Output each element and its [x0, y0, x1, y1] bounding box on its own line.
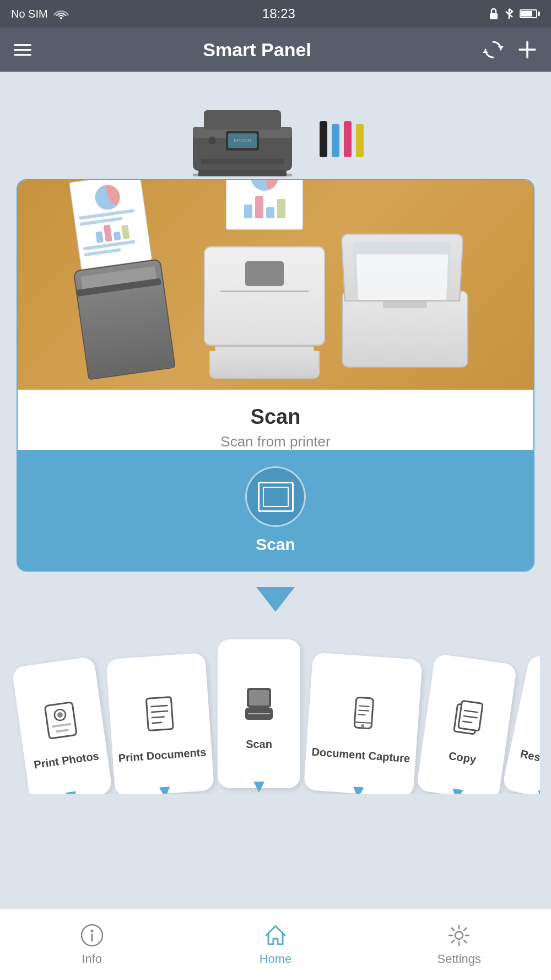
svg-line-31 [355, 722, 372, 723]
add-button[interactable] [517, 40, 537, 60]
svg-rect-13 [201, 159, 284, 164]
card-reset-copy-icon-area [532, 692, 540, 750]
svg-line-24 [152, 717, 164, 718]
app-header: Smart Panel [0, 28, 551, 72]
card-print-photos-indicator [66, 791, 78, 794]
card-document-capture-label: Document Capture [311, 745, 410, 766]
bottom-nav: Info Home Settings [0, 908, 551, 980]
printer-center-illustration [204, 208, 325, 379]
status-time: 18:23 [262, 6, 295, 21]
nav-home-label: Home [260, 952, 292, 966]
status-bar: No SIM 18:23 [0, 0, 551, 28]
scan-card[interactable]: Scan Scan from printer Scan [17, 179, 534, 572]
svg-text:EPSON: EPSON [234, 138, 251, 143]
scan-button-label: Scan [256, 535, 295, 554]
scanner-left-illustration [67, 212, 197, 380]
printer-section: EPSON [187, 83, 364, 179]
svg-point-32 [361, 724, 364, 728]
status-left: No SIM [11, 8, 69, 20]
svg-line-23 [152, 711, 168, 712]
svg-point-18 [57, 712, 63, 718]
wifi-icon [53, 8, 69, 19]
card-copy-indicator [451, 788, 463, 794]
svg-rect-21 [146, 697, 173, 731]
home-icon [263, 923, 288, 947]
app-title: Smart Panel [203, 39, 311, 61]
battery-icon [520, 9, 540, 18]
card-print-photos-label: Print Photos [33, 749, 100, 772]
scan-card-arrow [256, 587, 295, 612]
bottom-cards-section: Print Photos Print Documents [11, 623, 540, 794]
card-scan[interactable]: Scan [218, 639, 300, 788]
nav-home[interactable]: Home [183, 923, 367, 966]
svg-point-51 [455, 931, 463, 939]
svg-line-22 [151, 706, 167, 707]
card-print-photos[interactable]: Print Photos [12, 656, 112, 794]
bluetooth-icon [504, 8, 514, 20]
svg-line-35 [359, 714, 365, 715]
settings-icon [447, 923, 471, 947]
scan-card-subtitle: Scan from printer [34, 433, 517, 450]
card-document-capture-icon-area [340, 688, 387, 741]
card-print-documents-indicator [159, 787, 171, 794]
svg-line-33 [359, 706, 369, 706]
info-icon [80, 923, 104, 947]
refresh-button[interactable] [483, 39, 504, 60]
nav-settings-label: Settings [437, 952, 482, 966]
scan-circle-icon [258, 482, 294, 512]
carrier-label: No SIM [11, 8, 48, 20]
ink-levels [320, 113, 364, 157]
scan-card-title: Scan [34, 405, 517, 429]
nav-info-label: Info [82, 952, 102, 966]
svg-rect-27 [249, 690, 269, 706]
svg-line-25 [152, 723, 161, 723]
ink-yellow [356, 124, 364, 157]
flatbed-scanner-illustration [342, 257, 474, 368]
card-print-photos-icon-area [35, 693, 86, 748]
card-scan-icon-area [237, 679, 281, 729]
card-print-documents[interactable]: Print Documents [106, 653, 214, 794]
card-reset-copy-label: Reset Copy [519, 746, 540, 773]
svg-point-49 [90, 929, 93, 932]
lock-icon [489, 8, 499, 20]
svg-rect-15 [198, 170, 287, 176]
nav-info[interactable]: Info [0, 923, 183, 966]
scan-icon [242, 683, 276, 725]
card-copy[interactable]: Copy [416, 654, 517, 794]
svg-rect-30 [354, 697, 374, 729]
svg-marker-3 [483, 50, 488, 53]
svg-rect-8 [204, 110, 281, 130]
ink-cyan [332, 124, 339, 157]
capture-icon [347, 695, 380, 735]
svg-point-0 [60, 17, 62, 19]
card-print-documents-label: Print Documents [118, 745, 207, 765]
ink-black [320, 121, 327, 157]
svg-rect-1 [490, 13, 498, 19]
ink-magenta [344, 121, 352, 157]
svg-rect-20 [56, 729, 69, 733]
card-copy-label: Copy [448, 749, 477, 767]
svg-rect-37 [458, 701, 483, 731]
menu-button[interactable] [14, 44, 31, 56]
svg-point-12 [208, 137, 216, 144]
scan-card-text: Scan Scan from printer [18, 390, 533, 450]
copy-icon [450, 697, 485, 739]
card-print-documents-icon-area [136, 688, 183, 741]
card-scan-indicator [253, 782, 264, 793]
card-document-capture-indicator [353, 787, 364, 794]
scan-circle-button[interactable] [245, 466, 306, 527]
status-right [489, 8, 540, 20]
epson-printer-image: EPSON [187, 94, 298, 176]
scan-button-area: Scan [18, 450, 533, 570]
card-document-capture[interactable]: Document Capture [304, 652, 423, 794]
card-copy-icon-area [442, 690, 493, 745]
svg-marker-2 [498, 46, 504, 50]
scanner-illustration [18, 180, 533, 390]
photo-icon [42, 699, 80, 742]
main-content: EPSON [0, 72, 551, 805]
nav-settings[interactable]: Settings [368, 923, 551, 966]
svg-rect-19 [51, 723, 71, 728]
card-scan-label: Scan [246, 737, 272, 751]
document-icon [143, 695, 176, 735]
svg-line-34 [359, 710, 369, 710]
